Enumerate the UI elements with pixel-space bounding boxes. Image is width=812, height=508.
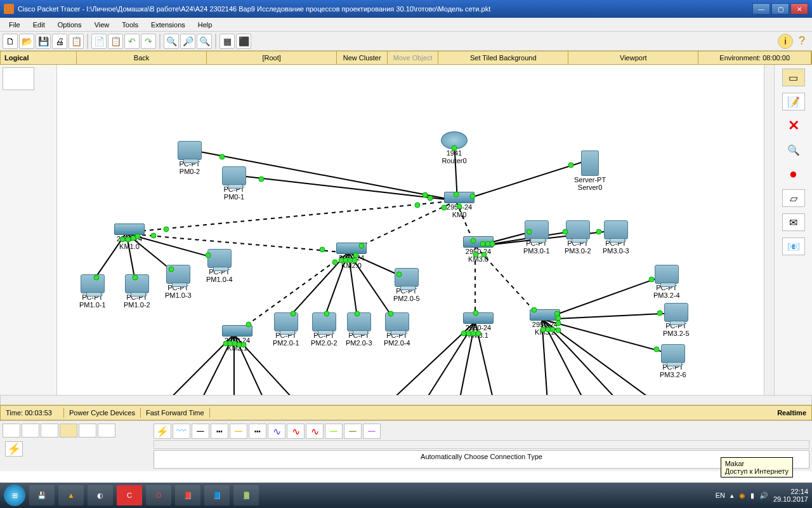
help-icon[interactable]: ? bbox=[794, 34, 809, 49]
draw-tool-icon[interactable]: ▱ bbox=[782, 189, 805, 207]
coax-conn-icon[interactable]: ∿ bbox=[268, 424, 285, 439]
environment-label[interactable]: Environment: 08:00:00 bbox=[698, 51, 811, 64]
select-tool-icon[interactable]: ▭ bbox=[782, 69, 805, 86]
link-km0-server0[interactable] bbox=[457, 160, 587, 203]
taskbar-aimp-icon[interactable]: ▲ bbox=[58, 485, 84, 505]
enddevices-category-icon[interactable] bbox=[98, 424, 115, 438]
device-pm326[interactable]: PC-PTPM3.2-6 bbox=[660, 344, 686, 378]
menu-view[interactable]: View bbox=[88, 20, 116, 30]
device-pm01[interactable]: PC-PTPM0-1 bbox=[222, 166, 246, 201]
tray-vol-icon[interactable]: 🔊 bbox=[759, 491, 768, 500]
copy-icon[interactable]: 📄 bbox=[91, 34, 107, 49]
inspect-tool-icon[interactable]: 🔍 bbox=[782, 141, 805, 159]
complex-pdu-icon[interactable]: 📧 bbox=[782, 237, 805, 255]
switches-category-icon[interactable] bbox=[22, 424, 39, 438]
taskbar-word-icon[interactable]: 📘 bbox=[204, 485, 230, 505]
custom-conn-icon[interactable]: ─ bbox=[363, 424, 381, 439]
zoom-reset-icon[interactable]: 🔎 bbox=[180, 34, 195, 49]
device-pm201[interactable]: PC-PTPM2.0-1 bbox=[273, 312, 299, 347]
device-server0[interactable]: Server-PTServer0 bbox=[574, 150, 606, 191]
hscrollbar[interactable] bbox=[0, 395, 812, 405]
print-icon[interactable]: 🖨 bbox=[52, 34, 67, 49]
menu-tools[interactable]: Tools bbox=[115, 20, 145, 30]
serial-dte-icon[interactable]: ∿ bbox=[306, 424, 324, 439]
tray-net-icon[interactable]: ▮ bbox=[750, 491, 754, 500]
fiber-conn-icon[interactable]: ─ bbox=[230, 424, 247, 439]
undo-icon[interactable]: ↶ bbox=[124, 34, 140, 49]
device-pm302[interactable]: PC-PTPM3.0-2 bbox=[565, 220, 591, 255]
tray-date[interactable]: 29.10.2017 bbox=[773, 495, 808, 503]
maximize-button[interactable]: ▢ bbox=[771, 3, 789, 15]
root-label[interactable]: [Root] bbox=[207, 51, 337, 64]
logical-tab[interactable]: Logical bbox=[1, 51, 77, 64]
device-pm324[interactable]: PC-PTPM3.2-4 bbox=[653, 265, 680, 299]
fast-forward-button[interactable]: Fast Forward Time bbox=[141, 408, 210, 418]
device-pm204[interactable]: PC-PTPM2.0-4 bbox=[384, 312, 410, 347]
redo-icon[interactable]: ↷ bbox=[141, 34, 156, 49]
link-km32-pm326[interactable] bbox=[542, 319, 672, 355]
start-button[interactable]: ⊞ bbox=[4, 485, 25, 506]
connections-category-icon[interactable] bbox=[79, 424, 96, 438]
taskbar-app1-icon[interactable]: C bbox=[117, 485, 142, 505]
taskbar-opera-icon[interactable]: O bbox=[146, 485, 171, 505]
menu-help[interactable]: Help bbox=[192, 20, 219, 30]
taskbar-chrome-icon[interactable]: ◐ bbox=[88, 485, 113, 505]
device-pm303[interactable]: PC-PTPM3.0-3 bbox=[603, 220, 629, 255]
delete-tool-icon[interactable]: ✕ bbox=[782, 117, 805, 135]
realtime-tab[interactable]: Realtime bbox=[772, 408, 811, 418]
zoom-in-icon[interactable]: 🔍 bbox=[164, 34, 179, 49]
device-pm101[interactable]: PC-PTPM1.0-1 bbox=[79, 274, 106, 309]
tiled-bg-button[interactable]: Set Tiled Background bbox=[438, 51, 568, 64]
device-pm202[interactable]: PC-PTPM2.0-2 bbox=[311, 312, 337, 347]
taskbar-pdf-icon[interactable]: 📕 bbox=[175, 485, 200, 505]
new-file-icon[interactable]: 🗋 bbox=[3, 34, 18, 49]
device-km21[interactable]: 2950-24KM2.1 bbox=[222, 325, 252, 352]
console-conn-icon[interactable]: 〰 bbox=[173, 424, 190, 439]
cluster-tool-icon[interactable] bbox=[3, 67, 34, 90]
link-km0-km10[interactable] bbox=[127, 200, 457, 233]
crossover-conn-icon[interactable]: ┅ bbox=[211, 424, 228, 439]
device-pm325[interactable]: PC-PTPM3.2-5 bbox=[663, 303, 690, 337]
save-icon[interactable]: 💾 bbox=[36, 34, 51, 49]
device-pm02[interactable]: PC-PTPM0-2 bbox=[178, 141, 202, 175]
viewport-button[interactable]: Viewport bbox=[568, 51, 698, 64]
power-cycle-button[interactable]: Power Cycle Devices bbox=[64, 408, 141, 418]
conn-scroll[interactable] bbox=[154, 440, 809, 449]
topology-canvas[interactable]: 1941Router0Server-PTServer02950-24KM0295… bbox=[57, 65, 764, 395]
device-pm301[interactable]: PC-PTPM3.0-1 bbox=[523, 220, 550, 255]
wireless-category-icon[interactable] bbox=[60, 424, 77, 438]
new-cluster-button[interactable]: New Cluster bbox=[337, 51, 388, 64]
vscrollbar[interactable] bbox=[764, 65, 774, 395]
note-tool-icon[interactable]: 📝 bbox=[782, 93, 805, 110]
hubs-category-icon[interactable] bbox=[41, 424, 58, 438]
menu-file[interactable]: File bbox=[3, 20, 27, 30]
info-icon[interactable]: i bbox=[778, 34, 793, 49]
menu-edit[interactable]: Edit bbox=[27, 20, 51, 30]
taskbar-pt-icon[interactable]: 📗 bbox=[233, 485, 259, 505]
device-pm203[interactable]: PC-PTPM2.0-3 bbox=[346, 312, 372, 347]
serial-dce-icon[interactable]: ∿ bbox=[287, 424, 304, 439]
tray-av-icon[interactable]: ◉ bbox=[739, 491, 745, 500]
zoom-out-icon[interactable]: 🔍 bbox=[197, 34, 212, 49]
selected-category-icon[interactable]: ⚡ bbox=[5, 441, 23, 457]
tray-lang[interactable]: EN bbox=[716, 491, 725, 499]
octal-conn-icon[interactable]: ─ bbox=[325, 424, 343, 439]
usb-conn-icon[interactable]: ─ bbox=[344, 424, 362, 439]
routers-category-icon[interactable] bbox=[3, 424, 20, 438]
straight-conn-icon[interactable]: ─ bbox=[192, 424, 209, 439]
palette-icon[interactable]: ▦ bbox=[219, 34, 235, 49]
auto-conn-icon[interactable]: ⚡ bbox=[154, 424, 171, 439]
resize-tool-icon[interactable]: ● bbox=[782, 165, 805, 183]
minimize-button[interactable]: — bbox=[752, 3, 770, 15]
link-km32-pm325[interactable] bbox=[542, 312, 676, 320]
paste-icon[interactable]: 📋 bbox=[108, 34, 123, 49]
custom-device-icon[interactable]: ⬛ bbox=[236, 34, 251, 49]
taskbar-save-icon[interactable]: 💾 bbox=[29, 485, 55, 505]
wizard-icon[interactable]: 📋 bbox=[69, 34, 84, 49]
back-button[interactable]: Back bbox=[77, 51, 207, 64]
phone-conn-icon[interactable]: ┅ bbox=[249, 424, 266, 439]
simple-pdu-icon[interactable]: ✉ bbox=[782, 213, 805, 231]
tray-up-icon[interactable]: ▴ bbox=[730, 491, 734, 500]
close-button[interactable]: ✕ bbox=[790, 3, 808, 15]
menu-options[interactable]: Options bbox=[51, 20, 88, 30]
